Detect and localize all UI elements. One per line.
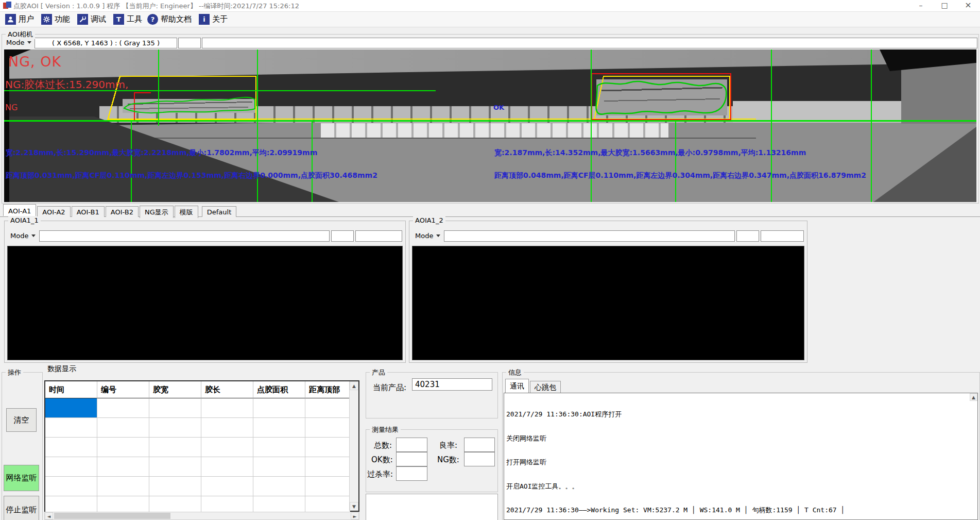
- aoia1-1-field-3[interactable]: [355, 230, 402, 242]
- data-table[interactable]: 时间 编号 胶宽 胶长 点胶面积 距离顶部 ▲ ▼: [44, 380, 359, 512]
- table-vertical-scrollbar[interactable]: ▲ ▼: [349, 381, 358, 511]
- yield-value-box: [464, 438, 495, 452]
- overkill-label: 过杀率:: [367, 469, 393, 479]
- stop-listen-button[interactable]: 停止监听: [4, 496, 39, 520]
- notes-box: [366, 494, 498, 520]
- scroll-up-icon[interactable]: ▲: [350, 381, 358, 390]
- log-scroll-up-icon[interactable]: ▲: [970, 393, 977, 401]
- menu-label: 用户: [19, 14, 34, 24]
- camera-field-wide[interactable]: [202, 38, 977, 48]
- column-header[interactable]: 点胶面积: [253, 381, 305, 398]
- aoia1-2-image[interactable]: [412, 246, 804, 360]
- aoia1-2-field-1[interactable]: [444, 230, 735, 242]
- aoia1-1-mode-dropdown[interactable]: Mode: [10, 232, 36, 240]
- tab-aoi-a1[interactable]: AOI-A1: [3, 204, 36, 216]
- ng-count-label: NG数:: [437, 455, 459, 465]
- left-measure-line1: 宽:2.218mm,长:15.290mm,最大胶宽:2.2218mm,最小:1.…: [6, 148, 317, 158]
- product-label: 产品: [370, 368, 387, 377]
- column-header[interactable]: 时间: [45, 381, 97, 398]
- log-line: 打开网络监听: [506, 458, 845, 466]
- mode-label: Mode: [10, 232, 28, 240]
- camera-image[interactable]: NG, OK NG:胶体过长:15.290mm, NG OK 宽:2.218mm…: [4, 49, 976, 202]
- overkill-box: [396, 466, 427, 481]
- menu-label: 帮助文档: [161, 14, 192, 24]
- tab-default[interactable]: Default: [202, 206, 237, 217]
- tools-icon: T: [113, 14, 124, 25]
- operation-label: 操作: [6, 368, 23, 377]
- ng-count-box: [464, 452, 495, 466]
- total-value-box: [396, 438, 427, 452]
- aoia1-2-mode-dropdown[interactable]: Mode: [415, 232, 440, 240]
- camera-group-label: AOI相机: [6, 30, 35, 39]
- right-measure-line2: 距离顶部0.048mm,距离CF层0.110mm,距离左边界0.304mm,距离…: [494, 171, 866, 180]
- camera-mode-dropdown[interactable]: Mode: [6, 39, 31, 46]
- menu-item-about[interactable]: i 关于: [197, 13, 230, 26]
- mode-label: Mode: [415, 232, 433, 240]
- help-icon: ?: [147, 14, 158, 25]
- chevron-down-icon: [31, 234, 36, 237]
- minimize-button[interactable]: –: [909, 0, 933, 11]
- close-button[interactable]: ×: [956, 0, 980, 11]
- scrollbar-thumb[interactable]: [54, 513, 170, 519]
- comm-log[interactable]: 2021/7/29 11:36:30:AOI程序打开 关闭网络监听 打开网络监听…: [504, 393, 978, 520]
- menu-item-debug[interactable]: 调试: [75, 13, 108, 26]
- tab-aoi-a2[interactable]: AOI-A2: [37, 206, 70, 217]
- column-header[interactable]: 编号: [97, 381, 149, 398]
- left-measure-line2: 距离顶部0.031mm,距离CF层0.110mm,距离左边界0.153mm,距离…: [6, 171, 377, 180]
- log-lines: 2021/7/29 11:36:30:AOI程序打开 关闭网络监听 打开网络监听…: [506, 394, 845, 520]
- camera-field-small[interactable]: [178, 38, 201, 48]
- tab-heartbeat[interactable]: 心跳包: [530, 381, 561, 394]
- tab-aoi-b2[interactable]: AOI-B2: [106, 206, 139, 217]
- aoia1-2-field-3[interactable]: [761, 230, 804, 242]
- table-header-row: 时间 编号 胶宽 胶长 点胶面积 距离顶部: [45, 381, 350, 398]
- total-label: 总数:: [374, 441, 392, 450]
- table-row[interactable]: [45, 438, 350, 457]
- app-window: 点胶AOI [ Version : 1.0.0.9 ] 程序 【当前用户: En…: [0, 0, 980, 520]
- menu-item-tools[interactable]: T 工具: [111, 13, 144, 26]
- scroll-right-icon[interactable]: ►: [351, 512, 359, 519]
- tab-comm[interactable]: 通讯: [505, 379, 529, 393]
- column-header[interactable]: 距离顶部: [305, 381, 350, 398]
- tab-template[interactable]: 模版: [175, 206, 198, 218]
- table-row[interactable]: [45, 457, 350, 477]
- network-listen-button[interactable]: 网络监听: [4, 465, 39, 491]
- aoia1-1-image[interactable]: [7, 246, 403, 360]
- aoia1-1-field-1[interactable]: [39, 230, 330, 242]
- mode-label: Mode: [6, 39, 24, 46]
- ok-count-label: OK数:: [371, 455, 393, 465]
- column-header[interactable]: 胶宽: [149, 381, 201, 398]
- about-icon: i: [199, 14, 210, 25]
- scroll-down-icon[interactable]: ▼: [350, 502, 358, 511]
- selected-cell[interactable]: [45, 398, 97, 418]
- right-measure-line1: 宽:2.187mm,长:14.352mm,最大胶宽:1.5663mm,最小:0.…: [494, 148, 806, 158]
- table-row[interactable]: [45, 398, 350, 418]
- table-row[interactable]: [45, 418, 350, 438]
- ok-label-text: OK: [493, 104, 504, 111]
- tab-ng-display[interactable]: NG显示: [140, 206, 174, 218]
- table-row[interactable]: [45, 477, 350, 496]
- menu-label: 关于: [212, 14, 228, 24]
- tab-aoi-b1[interactable]: AOI-B1: [72, 206, 105, 217]
- ng-reason-text: NG:胶体过长:15.290mm,: [5, 78, 128, 92]
- maximize-button[interactable]: □: [933, 0, 956, 11]
- column-header[interactable]: 胶长: [201, 381, 253, 398]
- menu-label: 调试: [91, 14, 106, 24]
- gear-icon: [41, 14, 52, 25]
- yield-label: 良率:: [439, 441, 457, 450]
- scroll-left-icon[interactable]: ◄: [45, 512, 53, 519]
- aoia1-2-field-2[interactable]: [736, 230, 759, 242]
- chevron-down-icon: [27, 41, 31, 44]
- menu-item-user[interactable]: 用户: [3, 13, 36, 26]
- ng-label-text: NG: [5, 103, 18, 112]
- menu-label: 功能: [55, 14, 70, 24]
- menu-bar: 用户 功能 调试 T 工具 ? 帮助文档 i 关于: [0, 12, 980, 27]
- chevron-down-icon: [436, 234, 440, 237]
- menu-item-help[interactable]: ? 帮助文档: [145, 13, 194, 26]
- coordinate-readout: ( X 6568, Y 1463 ) : ( Gray 135 ): [35, 38, 177, 48]
- menu-item-function[interactable]: 功能: [39, 13, 72, 26]
- aoia1-1-field-2[interactable]: [331, 230, 354, 242]
- clear-button[interactable]: 清空: [6, 408, 37, 432]
- main-tabstrip: AOI-A1AOI-A2AOI-B1AOI-B2NG显示模版Default: [0, 204, 980, 217]
- current-product-input[interactable]: [412, 378, 492, 391]
- table-horizontal-scrollbar[interactable]: ◄ ►: [44, 512, 359, 520]
